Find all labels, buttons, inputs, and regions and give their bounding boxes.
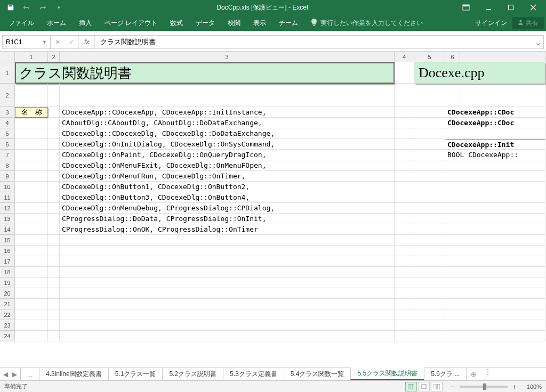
sheet-menu-icon[interactable]: ⋮ xyxy=(480,368,495,380)
cell[interactable] xyxy=(60,320,395,331)
ribbon-tab-formulas[interactable]: 数式 xyxy=(164,15,189,31)
row-header[interactable]: 16 xyxy=(0,246,15,256)
row-header[interactable]: 20 xyxy=(0,288,15,299)
cell[interactable] xyxy=(414,299,445,309)
sheet-tab[interactable]: 4.3inline関数定義書 xyxy=(39,368,109,380)
cell[interactable] xyxy=(15,320,48,331)
cell[interactable] xyxy=(15,246,48,256)
cell[interactable] xyxy=(15,235,48,246)
cell[interactable] xyxy=(48,107,60,118)
zoom-out-button[interactable]: − xyxy=(449,382,456,391)
cell[interactable] xyxy=(395,256,414,267)
sheet-tab[interactable]: 5.1クラス一覧 xyxy=(108,368,163,380)
cell[interactable] xyxy=(15,182,48,192)
row-header[interactable]: 10 xyxy=(0,182,15,192)
cell[interactable] xyxy=(414,160,445,171)
cancel-icon[interactable]: ✕ xyxy=(51,36,65,48)
close-button[interactable] xyxy=(523,0,544,15)
cell[interactable] xyxy=(48,224,60,235)
cell[interactable] xyxy=(48,288,60,299)
cell[interactable] xyxy=(60,299,395,309)
cell[interactable]: BOOL CDocexeApp:: xyxy=(445,150,545,160)
ribbon-tab-data[interactable]: データ xyxy=(189,15,221,31)
cell[interactable] xyxy=(48,246,60,256)
view-pagelayout-icon[interactable] xyxy=(418,382,430,391)
cell[interactable] xyxy=(395,118,414,128)
cell[interactable] xyxy=(15,84,48,107)
zoom-slider[interactable] xyxy=(460,386,508,388)
zoom-in-button[interactable]: + xyxy=(511,382,518,391)
cell[interactable] xyxy=(445,246,545,256)
enter-icon[interactable]: ✓ xyxy=(65,36,78,48)
ribbon-tab-home[interactable]: ホーム xyxy=(41,15,73,31)
cell[interactable] xyxy=(445,256,545,267)
cell[interactable] xyxy=(445,299,545,309)
cell[interactable] xyxy=(445,203,545,214)
cell[interactable] xyxy=(60,267,395,277)
row-header[interactable]: 6 xyxy=(0,139,15,150)
cell[interactable] xyxy=(395,128,414,139)
cell[interactable] xyxy=(48,192,60,203)
cell[interactable] xyxy=(395,246,414,256)
row-header[interactable]: 24 xyxy=(0,331,15,341)
cell[interactable] xyxy=(60,84,395,107)
worksheet-grid[interactable]: 123456 1クラス関数説明書Docexe.cpp23名 称CDocexeAp… xyxy=(0,52,546,378)
cell[interactable] xyxy=(445,214,545,224)
cell[interactable] xyxy=(414,203,445,214)
sheet-nav-prev-icon[interactable]: ◀ xyxy=(3,371,8,378)
row-header[interactable]: 19 xyxy=(0,277,15,288)
cell[interactable] xyxy=(48,84,60,107)
sheet-tab[interactable]: 5.5クラス関数説明書 xyxy=(350,368,424,380)
cell[interactable] xyxy=(414,235,445,246)
name-box[interactable]: R1C1 ▼ xyxy=(3,36,51,48)
cell[interactable] xyxy=(445,235,545,246)
title-cell-file[interactable]: Docexe.cpp xyxy=(414,62,545,84)
row-header[interactable]: 9 xyxy=(0,171,15,182)
cell[interactable] xyxy=(445,224,545,235)
row-header[interactable]: 8 xyxy=(0,160,15,171)
cell[interactable]: CAboutDlg::CAboutDlg, CAboutDlg::DoDataE… xyxy=(60,118,395,128)
column-header[interactable]: 3 xyxy=(60,52,395,62)
cell[interactable] xyxy=(15,267,48,277)
minimize-button[interactable] xyxy=(478,0,499,15)
cell[interactable]: CDocexeApp::Init xyxy=(445,139,545,150)
cell[interactable] xyxy=(60,246,395,256)
cell[interactable] xyxy=(395,288,414,299)
maximize-button[interactable] xyxy=(500,0,521,15)
cell[interactable] xyxy=(395,299,414,309)
cell[interactable] xyxy=(15,160,48,171)
tell-me-box[interactable]: 実行したい作業を入力してください xyxy=(304,19,423,28)
cell[interactable] xyxy=(395,139,414,150)
cell[interactable]: CDocexeDlg::OnButton1, CDocexeDlg::OnBut… xyxy=(60,182,395,192)
cell[interactable] xyxy=(414,139,445,150)
row-header[interactable]: 18 xyxy=(0,267,15,277)
cell[interactable]: CDocexeDlg::OnMenuFExit, CDocexeDlg::OnM… xyxy=(60,160,395,171)
cell[interactable]: CDocexeDlg::OnButton3, CDocexeDlg::OnBut… xyxy=(60,192,395,203)
select-all-corner[interactable] xyxy=(0,52,15,62)
cell[interactable] xyxy=(445,267,545,277)
cell[interactable]: CDocexeApp::CDoc xyxy=(445,107,545,118)
cell[interactable] xyxy=(48,267,60,277)
cell[interactable]: CDocexeDlg::OnMenuFRun, CDocexeDlg::OnTi… xyxy=(60,171,395,182)
cell[interactable] xyxy=(395,107,414,118)
cell[interactable] xyxy=(414,182,445,192)
row-header[interactable]: 5 xyxy=(0,128,15,139)
cell[interactable] xyxy=(414,128,445,139)
cell[interactable] xyxy=(395,84,414,107)
undo-icon[interactable] xyxy=(20,1,33,14)
cell[interactable] xyxy=(414,118,445,128)
row-header[interactable]: 23 xyxy=(0,320,15,331)
cell[interactable]: CDocexeApp::CDoc xyxy=(445,118,545,128)
cell[interactable] xyxy=(15,118,48,128)
cell[interactable] xyxy=(15,331,48,341)
cell[interactable] xyxy=(414,224,445,235)
formula-input[interactable]: クラス関数説明書 xyxy=(95,36,533,48)
redo-icon[interactable] xyxy=(36,1,49,14)
cell[interactable] xyxy=(15,309,48,320)
cell[interactable] xyxy=(414,288,445,299)
row-header[interactable]: 17 xyxy=(0,256,15,267)
chevron-down-icon[interactable]: ▼ xyxy=(42,39,47,45)
sheet-tab[interactable]: 5.3クラス定義書 xyxy=(223,368,284,380)
cell[interactable] xyxy=(60,331,395,341)
cell[interactable] xyxy=(15,128,48,139)
